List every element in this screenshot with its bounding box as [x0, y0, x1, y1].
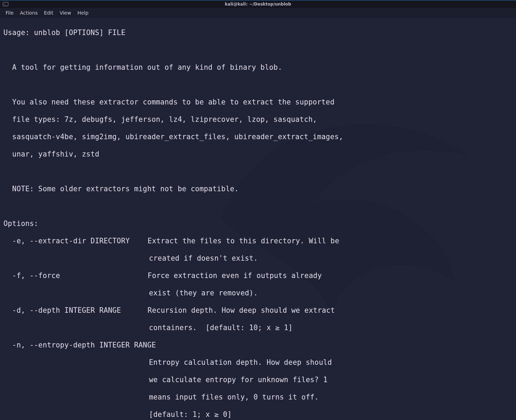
terminal-app-icon: >_	[3, 2, 8, 6]
window-title: kali@kali: ~/Desktop/unblob	[225, 2, 291, 7]
option-desc-cont: means input files only, 0 turns it off.	[3, 393, 513, 402]
option-desc-cont: created if doesn't exist.	[3, 254, 513, 263]
option-desc: Extract the files to this directory. Wil…	[148, 237, 373, 245]
svg-text:>_: >_	[4, 3, 7, 6]
description-line: A tool for getting information out of an…	[3, 63, 513, 72]
option-desc-cont: we calculate entropy for unknown files? …	[3, 376, 513, 384]
option-depth: -d, --depth INTEGER RANGERecursion depth…	[3, 306, 513, 315]
menu-file[interactable]: File	[3, 9, 16, 17]
options-header: Options:	[3, 219, 513, 228]
terminal-window: >_ kali@kali: ~/Desktop/unblob File Acti…	[0, 0, 516, 420]
option-flag: -e, --extract-dir DIRECTORY	[12, 237, 148, 245]
note-line: NOTE: Some older extractors might not be…	[3, 185, 513, 193]
menu-view[interactable]: View	[57, 9, 74, 17]
option-flag: -d, --depth INTEGER RANGE	[12, 306, 148, 315]
option-desc: Force extraction even if outputs already	[148, 271, 373, 280]
menu-help[interactable]: Help	[75, 9, 91, 17]
terminal-viewport[interactable]: Usage: unblob [OPTIONS] FILE A tool for …	[0, 18, 516, 420]
terminal-output: Usage: unblob [OPTIONS] FILE A tool for …	[3, 20, 513, 420]
option-force: -f, --forceForce extraction even if outp…	[3, 271, 513, 280]
option-extract-dir: -e, --extract-dir DIRECTORYExtract the f…	[3, 237, 513, 245]
extractors-line: You also need these extractor commands t…	[3, 98, 513, 107]
option-desc-cont: exist (they are removed).	[3, 289, 513, 297]
option-desc: Recursion depth. How deep should we extr…	[148, 306, 373, 315]
option-desc-cont: containers. [default: 10; x ≥ 1]	[3, 324, 513, 332]
usage-line: Usage: unblob [OPTIONS] FILE	[3, 28, 513, 37]
option-desc-cont: [default: 1; x ≥ 0]	[3, 410, 513, 419]
menubar: File Actions Edit View Help	[0, 8, 516, 18]
extractors-line: sasquatch-v4be, simg2img, ubireader_extr…	[3, 133, 513, 141]
menu-edit[interactable]: Edit	[41, 9, 56, 17]
menu-actions[interactable]: Actions	[17, 9, 40, 17]
option-flag: -n, --entropy-depth INTEGER RANGE	[12, 341, 148, 350]
option-entropy-depth: -n, --entropy-depth INTEGER RANGE	[3, 341, 513, 350]
extractors-line: file types: 7z, debugfs, jefferson, lz4,…	[3, 115, 513, 124]
option-desc: Entropy calculation depth. How deep shou…	[3, 358, 513, 367]
titlebar[interactable]: >_ kali@kali: ~/Desktop/unblob	[0, 0, 516, 8]
option-flag: -f, --force	[12, 271, 148, 280]
extractors-line: unar, yaffshiv, zstd	[3, 150, 513, 159]
